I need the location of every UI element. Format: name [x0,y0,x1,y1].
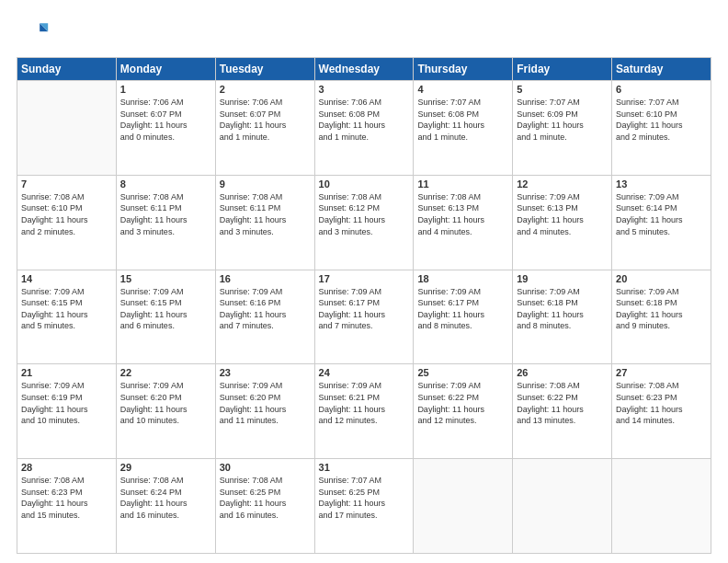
day-number: 1 [120,84,211,95]
day-number: 3 [319,84,410,95]
day-info: Sunrise: 7:07 AM Sunset: 6:09 PM Dayligh… [517,97,608,143]
day-info: Sunrise: 7:09 AM Sunset: 6:15 PM Dayligh… [120,286,211,332]
day-number: 29 [120,462,211,473]
day-info: Sunrise: 7:09 AM Sunset: 6:17 PM Dayligh… [417,286,508,332]
day-cell: 24Sunrise: 7:09 AM Sunset: 6:21 PM Dayli… [314,364,414,459]
day-cell: 6Sunrise: 7:07 AM Sunset: 6:10 PM Daylig… [612,81,711,176]
header-row: SundayMondayTuesdayWednesdayThursdayFrid… [17,58,711,81]
calendar-table: SundayMondayTuesdayWednesdayThursdayFrid… [17,57,711,554]
day-number: 31 [319,462,410,473]
day-cell: 9Sunrise: 7:08 AM Sunset: 6:11 PM Daylig… [215,175,314,270]
day-number: 2 [220,84,311,95]
day-info: Sunrise: 7:09 AM Sunset: 6:14 PM Dayligh… [616,191,707,237]
day-number: 8 [120,178,211,190]
col-header-thursday: Thursday [414,58,513,81]
day-cell [414,459,513,554]
day-number: 4 [417,84,508,95]
day-number: 15 [120,273,211,284]
day-info: Sunrise: 7:09 AM Sunset: 6:13 PM Dayligh… [517,191,608,237]
col-header-monday: Monday [116,58,215,81]
day-number: 19 [517,273,608,284]
day-cell: 12Sunrise: 7:09 AM Sunset: 6:13 PM Dayli… [513,175,612,270]
day-cell: 4Sunrise: 7:07 AM Sunset: 6:08 PM Daylig… [414,81,513,176]
day-info: Sunrise: 7:08 AM Sunset: 6:22 PM Dayligh… [517,380,608,426]
day-number: 23 [220,367,311,378]
day-cell: 13Sunrise: 7:09 AM Sunset: 6:14 PM Dayli… [612,175,711,270]
day-number: 10 [319,178,410,190]
day-info: Sunrise: 7:06 AM Sunset: 6:08 PM Dayligh… [319,97,410,143]
day-info: Sunrise: 7:06 AM Sunset: 6:07 PM Dayligh… [220,97,311,143]
day-cell [513,459,612,554]
day-info: Sunrise: 7:08 AM Sunset: 6:24 PM Dayligh… [120,475,211,521]
day-cell: 8Sunrise: 7:08 AM Sunset: 6:11 PM Daylig… [116,175,215,270]
col-header-saturday: Saturday [612,58,711,81]
day-info: Sunrise: 7:08 AM Sunset: 6:13 PM Dayligh… [417,191,508,237]
day-info: Sunrise: 7:09 AM Sunset: 6:20 PM Dayligh… [220,380,311,426]
day-info: Sunrise: 7:08 AM Sunset: 6:10 PM Dayligh… [21,191,112,237]
day-cell: 18Sunrise: 7:09 AM Sunset: 6:17 PM Dayli… [414,270,513,364]
day-info: Sunrise: 7:07 AM Sunset: 6:10 PM Dayligh… [616,97,707,143]
week-row-5: 28Sunrise: 7:08 AM Sunset: 6:23 PM Dayli… [17,459,711,554]
day-number: 16 [220,273,311,284]
day-number: 12 [517,178,608,190]
day-info: Sunrise: 7:09 AM Sunset: 6:18 PM Dayligh… [517,286,608,332]
page: SundayMondayTuesdayWednesdayThursdayFrid… [0,0,728,563]
day-number: 14 [21,273,112,284]
day-cell: 26Sunrise: 7:08 AM Sunset: 6:22 PM Dayli… [513,364,612,459]
day-number: 24 [319,367,410,378]
day-number: 18 [417,273,508,284]
day-info: Sunrise: 7:08 AM Sunset: 6:11 PM Dayligh… [120,191,211,237]
day-number: 28 [21,462,112,473]
day-cell: 2Sunrise: 7:06 AM Sunset: 6:07 PM Daylig… [215,81,314,176]
day-info: Sunrise: 7:06 AM Sunset: 6:07 PM Dayligh… [120,97,211,143]
day-number: 20 [616,273,707,284]
col-header-friday: Friday [513,58,612,81]
day-info: Sunrise: 7:09 AM Sunset: 6:17 PM Dayligh… [319,286,410,332]
day-cell: 23Sunrise: 7:09 AM Sunset: 6:20 PM Dayli… [215,364,314,459]
day-cell: 11Sunrise: 7:08 AM Sunset: 6:13 PM Dayli… [414,175,513,270]
week-row-3: 14Sunrise: 7:09 AM Sunset: 6:15 PM Dayli… [17,270,711,364]
day-info: Sunrise: 7:09 AM Sunset: 6:18 PM Dayligh… [616,286,707,332]
day-number: 25 [417,367,508,378]
day-info: Sunrise: 7:09 AM Sunset: 6:21 PM Dayligh… [319,380,410,426]
svg-rect-0 [17,17,50,50]
day-cell: 29Sunrise: 7:08 AM Sunset: 6:24 PM Dayli… [116,459,215,554]
general-blue-logo-icon [17,17,50,50]
day-cell [17,81,117,176]
day-number: 5 [517,84,608,95]
header [17,17,711,50]
day-number: 6 [616,84,707,95]
day-cell: 10Sunrise: 7:08 AM Sunset: 6:12 PM Dayli… [314,175,414,270]
day-info: Sunrise: 7:09 AM Sunset: 6:16 PM Dayligh… [220,286,311,332]
week-row-1: 1Sunrise: 7:06 AM Sunset: 6:07 PM Daylig… [17,81,711,176]
day-number: 17 [319,273,410,284]
day-cell: 31Sunrise: 7:07 AM Sunset: 6:25 PM Dayli… [314,459,414,554]
day-cell: 1Sunrise: 7:06 AM Sunset: 6:07 PM Daylig… [116,81,215,176]
day-info: Sunrise: 7:08 AM Sunset: 6:23 PM Dayligh… [616,380,707,426]
day-number: 11 [417,178,508,190]
day-info: Sunrise: 7:08 AM Sunset: 6:23 PM Dayligh… [21,475,112,521]
col-header-sunday: Sunday [17,58,117,81]
day-cell: 22Sunrise: 7:09 AM Sunset: 6:20 PM Dayli… [116,364,215,459]
day-cell: 28Sunrise: 7:08 AM Sunset: 6:23 PM Dayli… [17,459,117,554]
logo [17,17,53,50]
day-cell [612,459,711,554]
day-cell: 5Sunrise: 7:07 AM Sunset: 6:09 PM Daylig… [513,81,612,176]
day-info: Sunrise: 7:08 AM Sunset: 6:11 PM Dayligh… [220,191,311,237]
day-info: Sunrise: 7:09 AM Sunset: 6:15 PM Dayligh… [21,286,112,332]
week-row-4: 21Sunrise: 7:09 AM Sunset: 6:19 PM Dayli… [17,364,711,459]
day-info: Sunrise: 7:07 AM Sunset: 6:25 PM Dayligh… [319,475,410,521]
day-info: Sunrise: 7:08 AM Sunset: 6:12 PM Dayligh… [319,191,410,237]
week-row-2: 7Sunrise: 7:08 AM Sunset: 6:10 PM Daylig… [17,175,711,270]
day-cell: 16Sunrise: 7:09 AM Sunset: 6:16 PM Dayli… [215,270,314,364]
day-info: Sunrise: 7:09 AM Sunset: 6:22 PM Dayligh… [417,380,508,426]
col-header-tuesday: Tuesday [215,58,314,81]
day-cell: 20Sunrise: 7:09 AM Sunset: 6:18 PM Dayli… [612,270,711,364]
day-number: 13 [616,178,707,190]
day-number: 7 [21,178,112,190]
day-number: 27 [616,367,707,378]
day-cell: 14Sunrise: 7:09 AM Sunset: 6:15 PM Dayli… [17,270,117,364]
day-number: 26 [517,367,608,378]
day-info: Sunrise: 7:07 AM Sunset: 6:08 PM Dayligh… [417,97,508,143]
col-header-wednesday: Wednesday [314,58,414,81]
